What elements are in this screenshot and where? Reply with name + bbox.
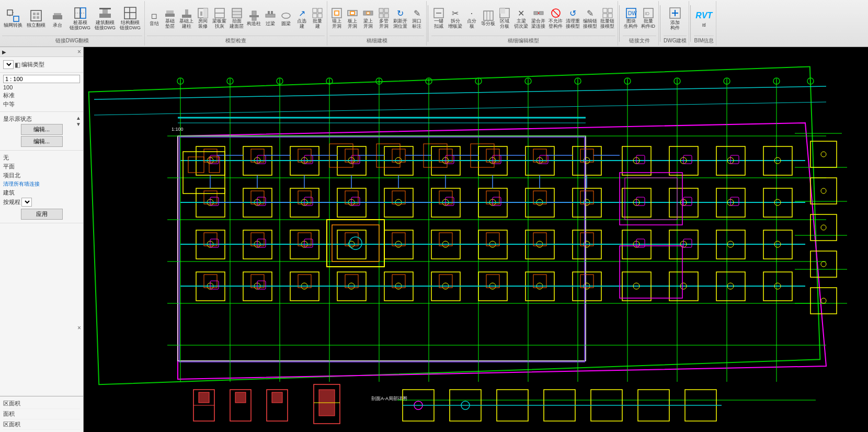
btn-multi-open[interactable]: 多管开洞	[376, 7, 391, 30]
btn-clean-reconnect[interactable]: ↺ 清理重接模型	[565, 7, 581, 30]
panel-scale-100: 100	[3, 84, 80, 90]
btn-arch-dwg[interactable]: 建筑翻模链接DWG	[93, 5, 117, 32]
struct-col-icon	[248, 10, 260, 21]
btn-one-key-reduce[interactable]: 一键扣减	[431, 7, 446, 30]
btn-point-build[interactable]: ↗ 点选建	[294, 7, 309, 30]
btn-struct-dwg[interactable]: 结构翻模链接DWG	[118, 5, 142, 32]
btn-refresh-open[interactable]: ↻ 刷新开洞位置	[392, 7, 408, 30]
bottom-left-panel: 区面积 面积 区面积	[0, 396, 84, 432]
one-key-reduce-icon	[433, 7, 444, 19]
pile-dwg-icon	[73, 6, 87, 20]
svg-rect-320	[235, 392, 246, 403]
btn-slab-open[interactable]: 板上开洞	[345, 7, 360, 30]
btn-struct-col-label: 构造柱	[247, 21, 261, 27]
btn-opening-mark[interactable]: ✎ 洞口标注	[409, 7, 424, 30]
btn-main-beam-cut[interactable]: ✕ 主梁切次梁	[513, 7, 529, 30]
scroll-down-btn[interactable]: ▼	[76, 121, 81, 127]
btn-batch-link[interactable]: 批量链接模型	[599, 7, 615, 30]
svg-rect-4	[31, 10, 41, 21]
arch-dwg-icon	[98, 6, 112, 20]
btn-beam-slab-label: 梁板窗扶灰	[212, 19, 226, 29]
toolbar-group-model-check: ◻ 音结 基础垫层 基础上建柱 房间装修	[145, 1, 327, 46]
panel-clear-walls-label: 清理所有墙连接	[3, 180, 80, 188]
btn-beam-merge-label: 梁合并梁连接	[531, 19, 545, 29]
btn-batch-build[interactable]: 批量建	[310, 7, 325, 30]
batch-build-icon	[312, 7, 323, 19]
panel-apply-btn[interactable]: 应用	[21, 209, 63, 220]
btn-room[interactable]: 房间装修	[196, 7, 210, 30]
panel-expand-arrow[interactable]: ▶	[2, 49, 6, 55]
btn-foundation-col-label: 基础上建柱	[179, 19, 193, 29]
panel-scale-input[interactable]	[3, 75, 80, 83]
btn-pile-dwg[interactable]: 桩基模链接DWG	[68, 5, 92, 32]
btn-foundation-col[interactable]: 基础上建柱	[178, 7, 195, 30]
panel-scale-section: 100 标准 中等	[0, 73, 83, 112]
svg-rect-40	[313, 14, 317, 18]
panel-edit-btn2[interactable]: 编辑...	[21, 136, 63, 147]
svg-rect-65	[608, 8, 612, 13]
btn-batch-id[interactable]: ID 批量构件ID	[640, 7, 656, 30]
btn-no-register[interactable]: 不允许登构件	[547, 7, 564, 30]
panel-header-top: ▶ ×	[0, 47, 83, 57]
btn-region-divide[interactable]: 区域分板	[497, 7, 512, 30]
btn-beam-open[interactable]: 梁上开洞	[361, 7, 375, 30]
panel-close-btn-second[interactable]: ×	[77, 324, 81, 332]
btn-struct-col[interactable]: 构造柱	[246, 9, 262, 27]
btn-lintel[interactable]: 过梁	[263, 9, 278, 27]
svg-rect-322	[272, 392, 282, 403]
svg-rect-20	[165, 14, 175, 17]
panel-type-label: 编辑类型	[21, 61, 44, 69]
btn-split-beam[interactable]: ✂ 拆分增板梁	[447, 7, 463, 30]
btn-add-component[interactable]: 添加构件	[666, 5, 684, 32]
btn-block-component[interactable]: DWG 图块生构件	[623, 7, 639, 30]
panel-edit-btn1[interactable]: 编辑...	[21, 124, 63, 135]
panel-type-dropdown[interactable]	[3, 60, 14, 69]
btn-solo-model[interactable]: 独立翻模	[25, 7, 47, 29]
toolbar-group-model-check-label: 模型检查	[147, 36, 325, 44]
btn-rvt[interactable]: RVT Itl	[694, 7, 713, 29]
btn-edit-link[interactable]: ✎ 编辑链接模型	[582, 7, 598, 30]
svg-rect-66	[603, 14, 607, 18]
bottom-label-area3: 区面积	[3, 419, 80, 430]
svg-rect-58	[500, 8, 505, 14]
btn-foundation[interactable]: 基础垫层	[163, 7, 177, 30]
panel-second-close-area: ×	[77, 324, 81, 332]
scroll-up-btn[interactable]: ▲	[76, 115, 81, 121]
svg-rect-33	[249, 15, 259, 17]
btn-sound-label: 音结	[150, 21, 159, 27]
no-register-icon	[550, 7, 562, 19]
panel-display-section: 显示原状态 编辑... 编辑...	[0, 112, 83, 151]
btn-round-beam-label: 圆梁	[281, 21, 291, 27]
btn-surface[interactable]: 抬面建面层	[229, 7, 245, 30]
btn-opening-mark-label: 洞口标注	[412, 19, 421, 29]
btn-sound[interactable]: ◻ 音结	[147, 9, 162, 27]
svg-rect-6	[37, 13, 39, 15]
panel-rule-dropdown[interactable]	[21, 198, 32, 207]
btn-equal-divide[interactable]: 等分板	[480, 9, 496, 27]
panel-building-label: 建筑	[3, 189, 80, 197]
btn-arch-dwg-label: 建筑翻模链接DWG	[95, 20, 116, 31]
btn-lintel-label: 过梁	[266, 21, 275, 27]
btn-wall-open[interactable]: 墙上开洞	[329, 7, 344, 30]
opening-mark-icon: ✎	[411, 7, 422, 19]
svg-rect-10	[54, 13, 61, 15]
batch-id-icon: ID	[643, 7, 654, 19]
svg-rect-34	[266, 14, 275, 17]
svg-rect-23	[185, 9, 188, 15]
btn-slab-open-label: 板上开洞	[348, 19, 357, 29]
svg-rect-45	[350, 12, 355, 15]
btn-point-split[interactable]: · 点分板	[464, 7, 479, 30]
toolbar-group-link-file-label: 链接文件	[623, 36, 656, 44]
btn-bearing[interactable]: 承台	[48, 7, 67, 29]
btn-axis-convert[interactable]: 轴网转换	[2, 7, 24, 29]
panel-close-btn-top[interactable]: ×	[77, 48, 81, 55]
btn-round-beam[interactable]: 圆梁	[279, 9, 293, 27]
point-split-icon: ·	[466, 7, 477, 19]
canvas-area[interactable]: 剖面A-A局部详图 1:100	[84, 47, 868, 432]
toolbar-divider-4	[690, 5, 691, 42]
btn-beam-slab[interactable]: 梁板窗扶灰	[211, 7, 227, 30]
axis-convert-icon	[6, 8, 20, 23]
btn-axis-convert-label: 轴网转换	[4, 23, 22, 28]
foundation-icon	[164, 7, 176, 19]
btn-beam-merge[interactable]: 梁合并梁连接	[530, 7, 546, 30]
